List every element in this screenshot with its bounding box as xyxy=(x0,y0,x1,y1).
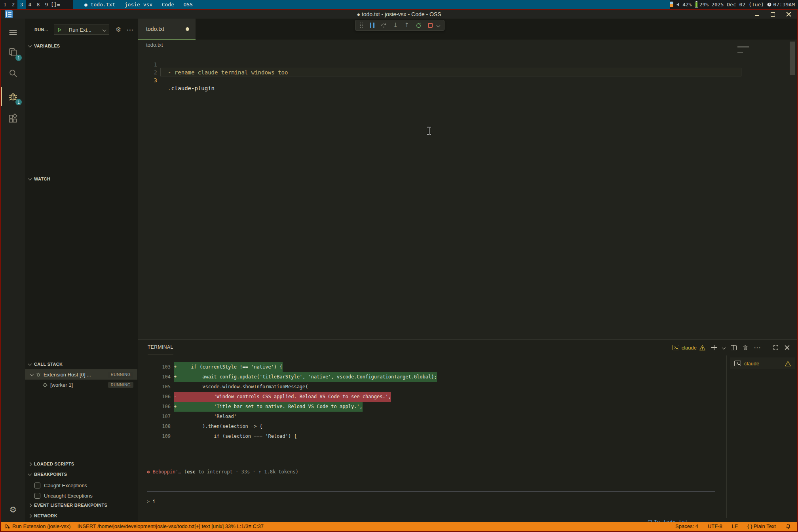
maximize-panel-button[interactable] xyxy=(773,344,779,351)
sidebar-item-search[interactable] xyxy=(1,64,25,83)
tab-todo-txt[interactable]: todo.txt xyxy=(138,19,196,40)
status-run-label: Run Extension (josie-vsx) xyxy=(12,523,70,529)
claude-prompt[interactable]: > i xyxy=(147,497,156,507)
line-number[interactable]: 3 xyxy=(138,76,157,84)
kill-terminal-button[interactable] xyxy=(742,344,749,351)
chevron-right-icon xyxy=(28,514,32,518)
notifications-bell-icon[interactable] xyxy=(785,523,791,529)
volume-indicator: 42% xyxy=(676,2,692,8)
workspace-tag-2[interactable]: 2 xyxy=(9,0,17,9)
diff-line-number: 104 xyxy=(146,372,171,382)
split-terminal-button[interactable] xyxy=(731,345,737,350)
warning-icon xyxy=(699,345,706,351)
section-network[interactable]: NETWORK xyxy=(25,511,137,520)
status-badge: RUNNING xyxy=(108,382,133,388)
debug-sidebar: RUN... Run Ext... ⚙ ··· VARIABLES WATCH xyxy=(25,19,138,522)
diff-line-added: 104 + await config.update('titleBarStyle… xyxy=(138,372,726,382)
close-button[interactable] xyxy=(786,12,791,17)
section-event-listener-breakpoints[interactable]: EVENT LISTENER BREAKPOINTS xyxy=(25,501,137,509)
breakpoint-row[interactable]: Caught Exceptions xyxy=(25,480,137,490)
status-indentation[interactable]: Spaces: 4 xyxy=(675,523,698,529)
section-label: VARIABLES xyxy=(34,44,60,48)
start-debug-button[interactable] xyxy=(54,25,65,34)
line-text: claude-plugin xyxy=(171,85,215,91)
terminal-dropdown-button[interactable] xyxy=(722,344,725,351)
breakpoint-row[interactable]: Uncaught Exceptions xyxy=(25,490,137,501)
code-line[interactable]: 1 - rename claude terminal windows too xyxy=(138,53,797,61)
search-icon xyxy=(8,68,18,78)
manage-button[interactable]: ⚙ xyxy=(1,500,25,519)
step-into-button[interactable]: ↓ xyxy=(393,22,398,28)
call-stack-row[interactable]: Extension Host [0] ... RUNNING xyxy=(25,369,137,380)
workspace-tag-1[interactable]: 1 xyxy=(1,0,9,9)
battery-value: 29% xyxy=(699,2,709,8)
layout-indicator[interactable]: []= xyxy=(51,0,60,9)
code-line[interactable]: 2 xyxy=(138,61,797,68)
battery-indicator: 29% xyxy=(695,2,709,8)
step-over-button[interactable] xyxy=(380,22,387,29)
breadcrumb[interactable]: todo.txt xyxy=(138,40,163,50)
pause-button[interactable] xyxy=(370,23,374,28)
chevron-down-icon xyxy=(28,177,32,180)
call-stack-row[interactable]: [worker 1] RUNNING xyxy=(25,380,137,390)
terminal-list-item-claude[interactable]: claude xyxy=(730,357,795,369)
modified-dot-icon[interactable] xyxy=(186,27,189,31)
diff-line-number: 105 xyxy=(146,382,171,392)
checkbox-uncaught-exceptions[interactable] xyxy=(34,493,40,499)
minimize-button[interactable] xyxy=(754,12,760,17)
volume-value: 42% xyxy=(682,2,692,8)
diff-text: await config.update('titleBarStyle', 'na… xyxy=(179,374,437,380)
time-value: 07:39AM xyxy=(773,2,795,8)
restart-button[interactable] xyxy=(415,22,422,29)
menu-button[interactable] xyxy=(1,23,25,42)
status-vim-mode[interactable]: INSERT /home/josie/development/josie-vsx… xyxy=(77,523,264,529)
step-out-button[interactable]: ↑ xyxy=(404,22,409,28)
minimap[interactable] xyxy=(737,46,749,48)
tab-terminal[interactable]: TERMINAL xyxy=(148,340,173,355)
sidebar-item-run-debug[interactable]: 1 xyxy=(1,87,25,106)
terminal-viewport[interactable]: 103 + if (currentStyle !== 'native') { 1… xyxy=(138,355,726,522)
workspace-tag-8[interactable]: 8 xyxy=(34,0,42,9)
section-watch[interactable]: WATCH xyxy=(25,175,137,183)
workspace-tag-9[interactable]: 9 xyxy=(42,0,51,9)
debug-badge: 1 xyxy=(15,99,22,105)
chevron-down-icon xyxy=(30,372,34,376)
maximize-button[interactable] xyxy=(770,12,775,17)
editor-scrollbar[interactable] xyxy=(790,42,795,75)
diff-line-context: 109 if (selection === 'Reload') { xyxy=(138,431,726,441)
section-variables[interactable]: VARIABLES xyxy=(25,42,137,50)
section-loaded-scripts[interactable]: LOADED SCRIPTS xyxy=(25,460,137,468)
checkbox-caught-exceptions[interactable] xyxy=(34,483,40,488)
terminal-profile-badge[interactable]: claude xyxy=(673,345,706,351)
new-terminal-button[interactable] xyxy=(711,345,717,350)
diff-line-context: 108 ).then(selection => { xyxy=(138,422,726,431)
configure-launch-button[interactable]: ⚙ xyxy=(116,27,121,33)
diff-text: if (selection === 'Reload') { xyxy=(179,433,296,439)
workspace-tag-4[interactable]: 4 xyxy=(26,0,34,9)
code-area[interactable]: 1 - rename claude terminal windows too 2… xyxy=(138,53,797,76)
section-label: WATCH xyxy=(34,177,50,181)
launch-config-dropdown[interactable]: Run Ext... xyxy=(54,25,109,35)
panel-more-actions[interactable]: ··· xyxy=(754,344,761,351)
section-breakpoints[interactable]: BREAKPOINTS xyxy=(25,470,137,479)
close-panel-button[interactable] xyxy=(785,345,790,350)
status-eol[interactable]: LF xyxy=(732,523,738,529)
section-call-stack[interactable]: CALL STACK xyxy=(25,360,137,369)
minimap[interactable] xyxy=(737,52,743,53)
stop-button[interactable] xyxy=(428,23,433,28)
debug-more-actions[interactable]: ··· xyxy=(127,27,134,33)
diff-line-added: 103 + if (currentStyle !== 'native') { xyxy=(138,362,726,372)
sidebar-item-extensions[interactable] xyxy=(1,109,25,128)
workspace-tag-3-active[interactable]: 3 xyxy=(17,0,26,9)
diff-text: 'Title bar set to native. Reload VS Code… xyxy=(179,404,362,409)
code-line[interactable]: 3 .claude-plugin xyxy=(138,68,797,76)
status-run-extension[interactable]: Run Extension (josie-vsx) xyxy=(4,523,70,529)
sidebar-item-explorer[interactable]: 1 xyxy=(1,43,25,62)
status-language-mode[interactable]: { } Plain Text xyxy=(747,523,776,529)
diff-sign: + xyxy=(174,372,179,382)
call-stack-session: [worker 1] xyxy=(50,382,106,388)
drag-handle-icon[interactable] xyxy=(360,23,364,28)
diff-text: vscode.window.showInformationMessage( xyxy=(179,384,308,390)
chevron-down-icon[interactable] xyxy=(437,22,440,29)
status-encoding[interactable]: UTF-8 xyxy=(708,523,722,529)
